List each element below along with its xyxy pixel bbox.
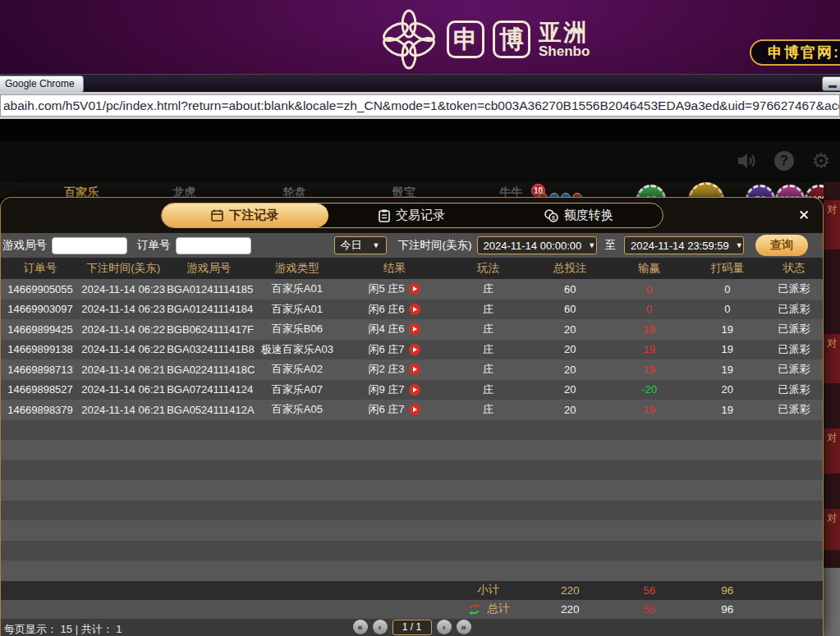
- cell-round: BGA07241114124: [167, 383, 250, 396]
- table-row-empty: [1, 520, 823, 541]
- background-bet-area: 对: [824, 200, 840, 249]
- cell-bet: 20: [531, 343, 609, 355]
- cell-round: BGA01241114184: [167, 303, 250, 315]
- search-button[interactable]: 查询: [755, 235, 808, 256]
- table-row[interactable]: 146698987132024-11-14 06:21BGA0224111418…: [1, 359, 823, 380]
- table-row-empty: [1, 541, 823, 561]
- play-icon[interactable]: [409, 283, 420, 295]
- cell-type: 百家乐A07: [250, 382, 343, 397]
- tab-bet-records[interactable]: 下注记录: [162, 204, 328, 227]
- cell-win: 0: [609, 283, 690, 295]
- cell-type: 百家乐B06: [250, 322, 343, 336]
- settings-gear-icon[interactable]: ⚙: [810, 150, 832, 172]
- cell-time: 2024-11-14 06:21: [80, 383, 167, 396]
- cell-status: 已派彩: [765, 402, 823, 417]
- tab-label: 额度转换: [564, 208, 613, 223]
- tab-credit-transfer[interactable]: $ 额度转换: [495, 204, 662, 227]
- cell-status: 已派彩: [765, 281, 823, 296]
- chrome-window-label: Google Chrome: [0, 75, 84, 93]
- cell-time: 2024-11-14 06:21: [80, 364, 167, 376]
- chevron-down-icon: ▼: [736, 241, 743, 249]
- cell-bet: 20: [531, 323, 609, 336]
- logo-char-shen: 申: [447, 21, 484, 58]
- cell-order: 14669898713: [1, 364, 80, 376]
- play-icon[interactable]: [409, 384, 420, 396]
- cell-type: 百家乐A02: [250, 362, 343, 377]
- minimize-button[interactable]: [822, 76, 840, 91]
- cell-play: 庄: [446, 342, 531, 357]
- cell-play: 庄: [446, 402, 531, 417]
- bet-time-label: 下注时间(美东): [398, 238, 472, 253]
- chip-20-selected[interactable]: 20: [688, 182, 724, 199]
- table-row[interactable]: 146698994252024-11-14 06:22BGB0624111417…: [1, 319, 823, 340]
- minimize-icon: [829, 85, 837, 88]
- cell-round: BGA032411141B8: [167, 343, 250, 355]
- date-range-select[interactable]: 今日 ▼: [334, 236, 387, 254]
- cell-order: 14669899425: [1, 323, 80, 336]
- url-input[interactable]: abaih.com/h5V01/pc/index.html?return=abo…: [0, 94, 840, 117]
- subtotal-turnover: 96: [690, 584, 765, 597]
- tab-transaction-records[interactable]: 交易记录: [328, 204, 495, 227]
- subtotal-win: 56: [609, 584, 690, 597]
- grand-total-label: 总计: [488, 602, 510, 616]
- modal-tab-bar: 下注记录 交易记录 $ 额度转换 ✕: [1, 198, 823, 233]
- play-icon[interactable]: [409, 364, 420, 375]
- cell-win: 19: [609, 343, 690, 355]
- table-row-empty: [1, 420, 823, 441]
- cell-round: BGA0224111418C: [167, 364, 250, 376]
- cell-time: 2024-11-14 06:22: [80, 323, 167, 336]
- cell-play: 庄: [446, 322, 531, 336]
- table-row[interactable]: 146698985272024-11-14 06:21BGA0724111412…: [1, 380, 823, 400]
- cell-result: 闲6 庄7: [343, 342, 445, 357]
- order-label: 订单号: [137, 238, 171, 253]
- grand-total-turnover: 96: [690, 603, 765, 615]
- play-icon[interactable]: [409, 344, 420, 355]
- game-toolbar: ? ⚙: [0, 141, 840, 182]
- subtotal-bet: 220: [531, 584, 609, 597]
- tab-label: 交易记录: [396, 208, 445, 223]
- last-page-button[interactable]: »: [457, 620, 471, 634]
- cell-play: 庄: [446, 302, 531, 317]
- tab-group: 下注记录 交易记录 $ 额度转换: [161, 203, 663, 228]
- cell-order: 14669898379: [1, 404, 80, 416]
- sound-icon[interactable]: [737, 150, 758, 172]
- date-to-select[interactable]: 2024-11-14 23:59:59 ▼: [624, 236, 744, 254]
- first-page-button[interactable]: «: [353, 620, 368, 634]
- cell-result: 闲4 庄6: [343, 322, 445, 336]
- page-summary: 每页显示： 15 | 共计： 1: [4, 622, 122, 636]
- exchange-icon[interactable]: [467, 603, 481, 615]
- game-round-input[interactable]: [52, 237, 127, 254]
- filter-row: 游戏局号 订单号 今日 ▼ 下注时间(美东) 2024-11-14 00:00:…: [1, 233, 823, 258]
- grand-total-win: 56: [609, 603, 690, 615]
- bet-records-modal: 下注记录 交易记录 $ 额度转换 ✕ 游戏局号 订单号 今日 ▼ 下注时间(美东…: [0, 197, 824, 636]
- cell-bet: 60: [531, 283, 609, 295]
- cell-round: BGB0624111417F: [167, 323, 250, 336]
- help-icon[interactable]: ?: [774, 151, 794, 171]
- table-row[interactable]: 146698991382024-11-14 06:22BGA032411141B…: [1, 340, 823, 360]
- table-row[interactable]: 146699030972024-11-14 06:23BGA0124111418…: [1, 300, 823, 320]
- prev-page-button[interactable]: ‹: [373, 620, 388, 634]
- cell-type: 极速百家乐A03: [250, 342, 343, 357]
- official-site-button[interactable]: 申博官网:: [750, 39, 840, 66]
- background-bet-area: 对: [824, 334, 840, 383]
- flower-logo-icon: [379, 9, 438, 70]
- cell-turnover: 19: [690, 343, 765, 355]
- close-icon[interactable]: ✕: [795, 206, 813, 224]
- cell-status: 已派彩: [765, 382, 823, 397]
- table-row-empty: [1, 480, 823, 501]
- logo-brand-en: Shenbo: [539, 44, 590, 58]
- play-icon[interactable]: [409, 404, 420, 415]
- table-body: 146699050552024-11-14 06:23BGA0124111418…: [1, 279, 823, 581]
- cell-round: BGA01241114185: [167, 283, 250, 295]
- date-from-select[interactable]: 2024-11-14 00:00:00 ▼: [477, 236, 597, 254]
- next-page-button[interactable]: ›: [437, 620, 452, 634]
- table-row-empty: [1, 501, 823, 521]
- play-icon[interactable]: [409, 323, 420, 335]
- play-icon[interactable]: [409, 304, 420, 315]
- order-input[interactable]: [176, 237, 251, 254]
- table-row[interactable]: 146699050552024-11-14 06:23BGA0124111418…: [1, 279, 823, 300]
- cell-win: -20: [609, 383, 690, 396]
- cell-result: 闲6 庄7: [343, 402, 445, 417]
- cell-status: 已派彩: [765, 342, 823, 357]
- table-row[interactable]: 146698983792024-11-14 06:21BGA0524111412…: [1, 400, 823, 420]
